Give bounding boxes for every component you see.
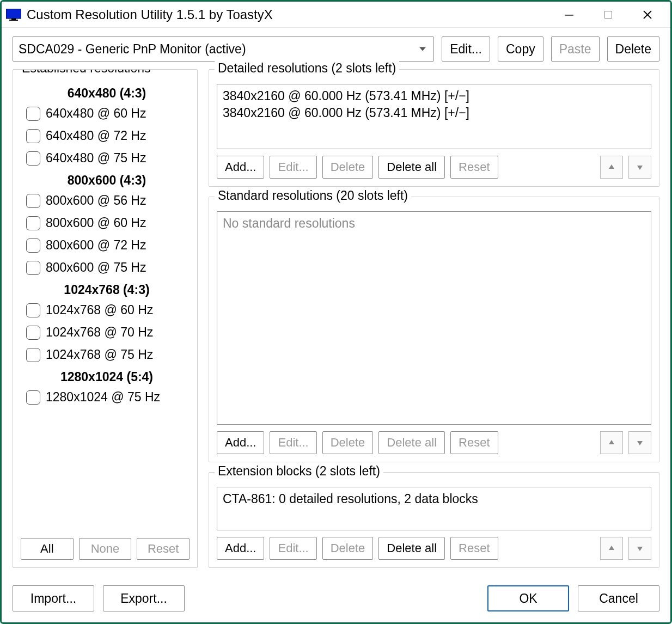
delete-monitor-button[interactable]: Delete xyxy=(607,36,659,62)
checkbox-icon[interactable] xyxy=(26,194,40,208)
extension-move-up-button[interactable] xyxy=(600,537,623,560)
svg-rect-0 xyxy=(6,9,21,19)
extension-block-item[interactable]: CTA-861: 0 detailed resolutions, 2 data … xyxy=(223,491,645,507)
established-resolution-label: 800x600 @ 75 Hz xyxy=(46,260,146,275)
standard-placeholder: No standard resolutions xyxy=(223,216,355,230)
close-button[interactable] xyxy=(628,3,667,26)
established-resolution-label: 800x600 @ 72 Hz xyxy=(46,238,146,253)
extension-delete-button[interactable]: Delete xyxy=(322,537,374,560)
established-category-header: 1024x768 (4:3) xyxy=(24,283,190,297)
detailed-resolution-item[interactable]: 3840x2160 @ 60.000 Hz (573.41 MHz) [+/−] xyxy=(223,88,645,105)
standard-button-row: Add... Edit... Delete Delete all Reset xyxy=(217,431,651,454)
extension-list[interactable]: CTA-861: 0 detailed resolutions, 2 data … xyxy=(217,487,651,530)
established-resolution-item[interactable]: 1024x768 @ 70 Hz xyxy=(24,325,190,340)
established-resolution-item[interactable]: 640x480 @ 72 Hz xyxy=(24,129,190,143)
standard-list[interactable]: No standard resolutions xyxy=(217,211,651,425)
bottom-bar: Import... Export... OK Cancel xyxy=(2,574,670,622)
detailed-group: Detailed resolutions (2 slots left) 3840… xyxy=(209,69,659,187)
top-controls-row: SDCA029 - Generic PnP Monitor (active) E… xyxy=(13,36,659,62)
detailed-reset-button[interactable]: Reset xyxy=(450,156,498,179)
app-monitor-icon xyxy=(6,9,21,21)
established-category-header: 640x480 (4:3) xyxy=(24,86,190,101)
standard-edit-button[interactable]: Edit... xyxy=(270,431,316,454)
panels-row: Established resolutions 640x480 (4:3)640… xyxy=(13,69,659,568)
maximize-button[interactable] xyxy=(589,3,628,26)
detailed-resolution-item[interactable]: 3840x2160 @ 60.000 Hz (573.41 MHz) [+/−] xyxy=(223,105,645,121)
monitor-select[interactable]: SDCA029 - Generic PnP Monitor (active) xyxy=(13,36,434,62)
svg-rect-2 xyxy=(9,20,18,21)
standard-group: Standard resolutions (20 slots left) No … xyxy=(209,197,659,462)
detailed-label: Detailed resolutions (2 slots left) xyxy=(215,61,399,76)
detailed-add-button[interactable]: Add... xyxy=(217,156,264,179)
established-resolution-item[interactable]: 1024x768 @ 60 Hz xyxy=(24,303,190,317)
paste-monitor-button[interactable]: Paste xyxy=(551,36,600,62)
established-resolution-label: 1280x1024 @ 75 Hz xyxy=(46,390,160,405)
established-reset-button[interactable]: Reset xyxy=(137,538,190,560)
detailed-delete-all-button[interactable]: Delete all xyxy=(378,156,445,179)
established-list: 640x480 (4:3)640x480 @ 60 Hz640x480 @ 72… xyxy=(21,84,190,533)
window-controls xyxy=(549,3,667,26)
svg-rect-1 xyxy=(11,19,16,20)
established-resolution-label: 800x600 @ 56 Hz xyxy=(46,193,146,208)
standard-add-button[interactable]: Add... xyxy=(217,431,264,454)
established-resolution-item[interactable]: 1280x1024 @ 75 Hz xyxy=(24,390,190,405)
extension-button-row: Add... Edit... Delete Delete all Reset xyxy=(217,537,651,560)
minimize-button[interactable] xyxy=(549,3,589,26)
established-resolution-label: 640x480 @ 72 Hz xyxy=(46,129,146,143)
main-content: SDCA029 - Generic PnP Monitor (active) E… xyxy=(2,28,670,574)
checkbox-icon[interactable] xyxy=(26,326,40,340)
checkbox-icon[interactable] xyxy=(26,303,40,317)
established-group: Established resolutions 640x480 (4:3)640… xyxy=(13,69,198,568)
standard-move-up-button[interactable] xyxy=(600,431,623,454)
established-resolution-item[interactable]: 1024x768 @ 75 Hz xyxy=(24,347,190,362)
established-all-button[interactable]: All xyxy=(21,538,74,560)
checkbox-icon[interactable] xyxy=(26,129,40,143)
extension-move-down-button[interactable] xyxy=(628,537,651,560)
established-resolution-item[interactable]: 800x600 @ 56 Hz xyxy=(24,193,190,208)
established-resolution-item[interactable]: 640x480 @ 60 Hz xyxy=(24,106,190,121)
monitor-select-value: SDCA029 - Generic PnP Monitor (active) xyxy=(19,42,246,57)
copy-monitor-button[interactable]: Copy xyxy=(498,36,543,62)
import-button[interactable]: Import... xyxy=(13,585,94,611)
checkbox-icon[interactable] xyxy=(26,107,40,121)
established-resolution-label: 640x480 @ 75 Hz xyxy=(46,151,146,166)
standard-delete-all-button[interactable]: Delete all xyxy=(378,431,445,454)
established-resolution-item[interactable]: 800x600 @ 72 Hz xyxy=(24,238,190,253)
established-resolution-item[interactable]: 800x600 @ 75 Hz xyxy=(24,260,190,275)
detailed-move-down-button[interactable] xyxy=(628,156,651,179)
detailed-list[interactable]: 3840x2160 @ 60.000 Hz (573.41 MHz) [+/−]… xyxy=(217,84,651,149)
established-resolution-item[interactable]: 800x600 @ 60 Hz xyxy=(24,216,190,230)
checkbox-icon[interactable] xyxy=(26,390,40,405)
edit-monitor-button[interactable]: Edit... xyxy=(442,36,490,62)
extension-add-button[interactable]: Add... xyxy=(217,537,264,560)
ok-button[interactable]: OK xyxy=(487,585,569,611)
detailed-move-up-button[interactable] xyxy=(600,156,623,179)
extension-delete-all-button[interactable]: Delete all xyxy=(378,537,445,560)
established-footer: All None Reset xyxy=(21,533,190,560)
established-resolution-label: 640x480 @ 60 Hz xyxy=(46,106,146,121)
checkbox-icon[interactable] xyxy=(26,348,40,362)
detailed-delete-button[interactable]: Delete xyxy=(322,156,374,179)
checkbox-icon[interactable] xyxy=(26,238,40,253)
extension-reset-button[interactable]: Reset xyxy=(450,537,498,560)
established-category-header: 1280x1024 (5:4) xyxy=(24,370,190,384)
standard-delete-button[interactable]: Delete xyxy=(322,431,374,454)
established-resolution-item[interactable]: 640x480 @ 75 Hz xyxy=(24,151,190,166)
established-panel: Established resolutions 640x480 (4:3)640… xyxy=(13,69,198,568)
detailed-edit-button[interactable]: Edit... xyxy=(270,156,316,179)
standard-move-down-button[interactable] xyxy=(628,431,651,454)
extension-edit-button[interactable]: Edit... xyxy=(270,537,316,560)
standard-label: Standard resolutions (20 slots left) xyxy=(215,188,411,203)
checkbox-icon[interactable] xyxy=(26,261,40,275)
export-button[interactable]: Export... xyxy=(103,585,185,611)
checkbox-icon[interactable] xyxy=(26,216,40,230)
established-none-button[interactable]: None xyxy=(79,538,132,560)
established-resolution-label: 1024x768 @ 70 Hz xyxy=(46,325,153,340)
checkbox-icon[interactable] xyxy=(26,151,40,166)
established-resolution-label: 800x600 @ 60 Hz xyxy=(46,216,146,230)
established-resolution-label: 1024x768 @ 60 Hz xyxy=(46,303,153,317)
cancel-button[interactable]: Cancel xyxy=(578,585,659,611)
window-title: Custom Resolution Utility 1.5.1 by Toast… xyxy=(27,7,549,22)
extension-label: Extension blocks (2 slots left) xyxy=(215,464,383,479)
standard-reset-button[interactable]: Reset xyxy=(450,431,498,454)
